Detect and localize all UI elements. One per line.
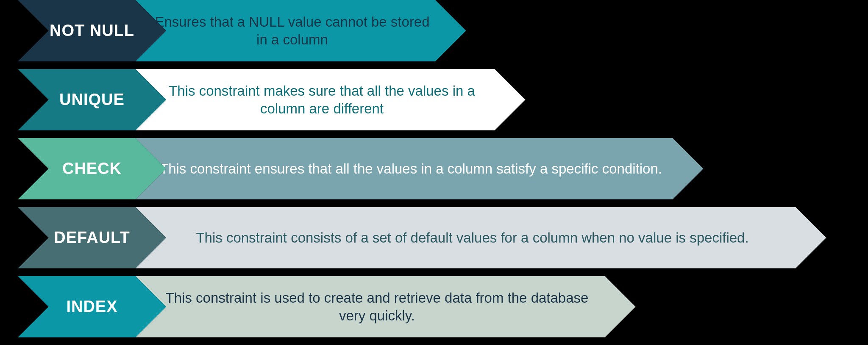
constraints-diagram: Ensures that a NULL value cannot be stor… xyxy=(0,0,868,345)
constraint-description-text: Ensures that a NULL value cannot be stor… xyxy=(153,13,432,48)
constraint-description: Ensures that a NULL value cannot be stor… xyxy=(136,0,466,61)
constraint-label: CHECK xyxy=(62,160,122,178)
constraint-description-text: This constraint is used to create and re… xyxy=(153,289,602,324)
constraint-description: This constraint makes sure that all the … xyxy=(136,69,526,130)
constraint-description-text: This constraint makes sure that all the … xyxy=(153,82,492,117)
constraint-label-chevron: DEFAULT xyxy=(18,207,166,268)
constraint-label-chevron: UNIQUE xyxy=(18,69,166,130)
constraint-row: This constraint consists of a set of def… xyxy=(18,207,826,268)
constraint-label: NOT NULL xyxy=(50,22,134,40)
constraint-label-chevron: INDEX xyxy=(18,276,166,337)
constraint-description-text: This constraint consists of a set of def… xyxy=(196,229,748,246)
constraint-row: This constraint is used to create and re… xyxy=(18,276,636,337)
constraint-label-chevron: CHECK xyxy=(18,138,166,199)
constraint-description: This constraint consists of a set of def… xyxy=(136,207,826,268)
constraint-label-chevron: NOT NULL xyxy=(18,0,166,61)
constraint-label: DEFAULT xyxy=(54,229,130,247)
constraint-row: Ensures that a NULL value cannot be stor… xyxy=(18,0,466,61)
constraint-label: UNIQUE xyxy=(59,91,125,109)
constraint-description: This constraint is used to create and re… xyxy=(136,276,636,337)
constraint-description: This constraint ensures that all the val… xyxy=(136,138,704,199)
constraint-description-text: This constraint ensures that all the val… xyxy=(160,160,662,177)
constraint-label: INDEX xyxy=(66,298,117,316)
constraint-row: This constraint ensures that all the val… xyxy=(18,138,704,199)
constraint-row: This constraint makes sure that all the … xyxy=(18,69,526,130)
